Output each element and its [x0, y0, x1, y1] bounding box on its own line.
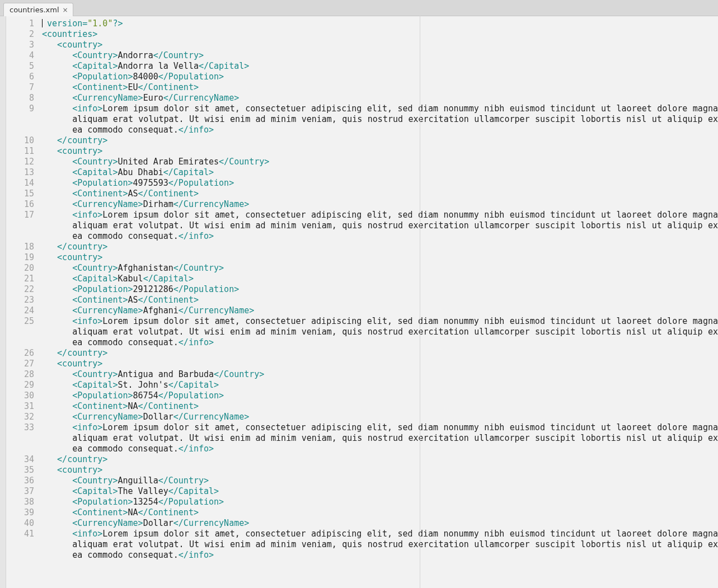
- fold-gutter: [0, 16, 6, 588]
- line-number-gutter: 1234567891011121314151617181920212223242…: [6, 16, 39, 588]
- tab-strip: countries.xml ×: [0, 0, 718, 16]
- tab-label: countries.xml: [10, 6, 59, 14]
- editor-area[interactable]: 1234567891011121314151617181920212223242…: [0, 16, 718, 588]
- close-icon[interactable]: ×: [63, 7, 68, 13]
- code-content[interactable]: version="1.0"?><countries> <country> <Co…: [39, 16, 718, 588]
- editor-window: countries.xml × 123456789101112131415161…: [0, 0, 718, 588]
- tab-countries-xml[interactable]: countries.xml ×: [3, 3, 73, 16]
